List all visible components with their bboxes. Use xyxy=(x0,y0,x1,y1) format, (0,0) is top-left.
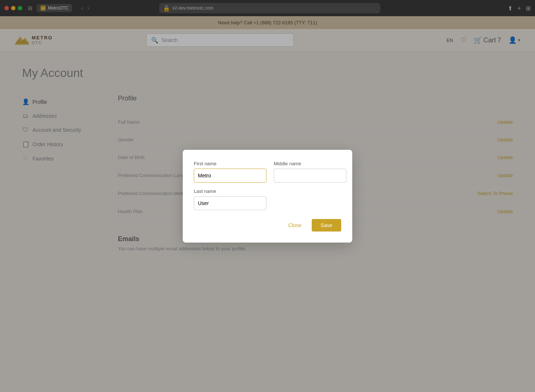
last-name-input[interactable] xyxy=(194,196,266,210)
modal-close-button[interactable]: Close xyxy=(282,219,307,231)
first-name-label: First name xyxy=(194,161,266,166)
last-name-label: Last name xyxy=(194,188,266,194)
first-name-field-group: First name xyxy=(194,161,266,183)
first-name-input[interactable] xyxy=(194,169,266,183)
modal-actions: Close Save xyxy=(194,219,341,232)
modal-save-button[interactable]: Save xyxy=(312,219,341,232)
middle-name-label: Middle name xyxy=(274,161,346,166)
last-name-field-group: Last name xyxy=(194,188,266,210)
middle-name-field-group: Middle name xyxy=(274,161,346,183)
middle-name-input[interactable] xyxy=(274,169,346,183)
modal-fields: First name Middle name Last name xyxy=(194,161,341,210)
edit-name-modal: First name Middle name Last name Close S… xyxy=(183,150,352,243)
modal-overlay[interactable]: First name Middle name Last name Close S… xyxy=(0,0,535,392)
